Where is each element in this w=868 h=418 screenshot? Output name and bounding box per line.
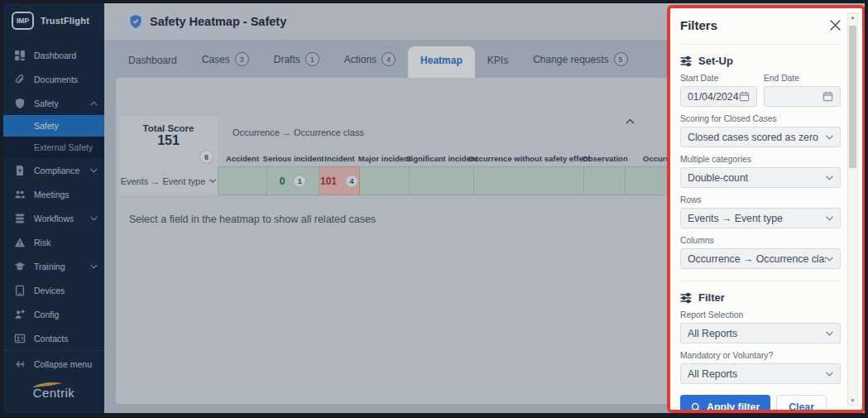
tab-drafts[interactable]: Drafts1	[261, 44, 332, 78]
sidebar-item-label: Safety	[34, 98, 59, 108]
sidebar-item-safety[interactable]: Safety	[3, 91, 104, 115]
tab-count-badge: 5	[614, 52, 628, 66]
start-date-label: Start Date	[680, 74, 757, 83]
selected-value: All Reports	[688, 368, 826, 380]
column-header-significant-incident: Significant incident	[410, 150, 474, 166]
total-score-label: Total Score	[119, 123, 218, 133]
sidebar-item-contacts[interactable]: Contacts	[3, 326, 104, 350]
apply-filter-button[interactable]: Apply filter	[680, 395, 770, 410]
sidebar-item-label: Workflows	[34, 214, 74, 223]
heatmap-cell-observation[interactable]	[584, 166, 626, 195]
tab-dashboard[interactable]: Dashboard	[116, 46, 189, 78]
heatmap-cell-major-incident[interactable]	[360, 166, 410, 195]
chevron-down-icon	[826, 135, 833, 140]
sidebar-item-devices[interactable]: Devices	[3, 278, 104, 302]
sidebar-item-compliance[interactable]: Compliance	[3, 158, 104, 182]
tab-label: Heatmap	[420, 55, 463, 66]
heatmap-left-column: Total Score 151 6 Events → Event type	[119, 116, 218, 195]
scroll-up-arrow-icon[interactable]: ▲	[848, 15, 857, 20]
tab-cases[interactable]: Cases3	[189, 44, 261, 78]
tab-kpis[interactable]: KPIs	[475, 46, 520, 78]
total-score-value: 151	[119, 133, 218, 148]
sidebar-item-risk[interactable]: Risk	[3, 230, 104, 254]
scoring-select[interactable]: Closed cases scored as zero	[680, 127, 841, 147]
divider	[680, 281, 841, 281]
total-score-badge: 6	[199, 150, 213, 164]
heatmap-cell-accident[interactable]	[218, 166, 267, 195]
compliance-icon	[14, 165, 26, 176]
rows-label: Rows	[680, 195, 841, 204]
mandatory-voluntary-label: Mandatory or Voluntary?	[680, 351, 841, 360]
heatmap-cell-serious-incident[interactable]: 01	[267, 166, 319, 195]
tab-label: Change requests	[533, 54, 608, 65]
brand-header: IMP TrustFlight	[3, 3, 104, 40]
chevron-down-icon	[209, 179, 216, 183]
heatmap-cell-occurrence-without-safety-effect[interactable]	[474, 166, 584, 195]
end-date-input[interactable]	[764, 86, 841, 107]
tab-count-badge: 4	[381, 52, 396, 66]
sidebar-item-label: Compliance	[34, 166, 79, 175]
tab-heatmap[interactable]: Heatmap	[408, 46, 475, 78]
sidebar-item-meetings[interactable]: Meetings	[3, 182, 104, 206]
sidebar-item-config[interactable]: Config	[3, 302, 104, 326]
sidebar-item-label: Training	[34, 262, 65, 271]
divider	[680, 44, 841, 45]
selected-value: All Reports	[688, 328, 826, 339]
sidebar-item-documents[interactable]: Documents	[3, 67, 104, 91]
sidebar-item-label: Meetings	[34, 190, 70, 199]
sidebar-item-workflows[interactable]: Workflows	[3, 206, 104, 230]
selected-value: Events → Event type	[688, 213, 826, 224]
apply-filter-label: Apply filter	[707, 401, 760, 410]
close-button[interactable]	[830, 20, 841, 31]
sidebar-item-label: Contacts	[34, 334, 68, 344]
multiple-categories-label: Multiple categories	[680, 155, 841, 164]
devices-icon	[14, 285, 26, 296]
cell-count-badge: 4	[345, 175, 358, 188]
sidebar-item-label: Documents	[34, 74, 78, 84]
collapse-heatmap-chevron-icon[interactable]	[626, 118, 635, 124]
sidebar-nav: DashboardDocumentsSafetySafetyExternal S…	[3, 40, 104, 350]
chevron-down-icon	[90, 216, 98, 221]
columns-select[interactable]: Occurrence → Occurrence class	[680, 248, 841, 269]
filters-panel: Filters Set-Up Start Date	[670, 8, 862, 410]
meetings-icon	[14, 189, 26, 200]
contacts-icon	[14, 333, 26, 344]
multiple-categories-select[interactable]: Double-count	[680, 167, 841, 188]
heatmap-row-label[interactable]: Events → Event type	[119, 166, 218, 195]
risk-icon	[14, 237, 26, 248]
workflows-icon	[14, 213, 26, 224]
heatmap-cell-incident[interactable]: 1014	[319, 166, 360, 195]
collapse-arrow-icon	[14, 358, 26, 370]
rows-select[interactable]: Events → Event type	[680, 208, 841, 228]
sidebar-item-safety[interactable]: Safety	[3, 115, 104, 137]
column-header-incident: Incident	[319, 150, 360, 166]
chevron-down-icon	[90, 168, 98, 173]
panel-scrollbar[interactable]: ▲ ▼	[847, 12, 858, 406]
clear-button[interactable]: Clear	[776, 395, 827, 410]
search-icon	[691, 402, 702, 411]
filters-title: Filters	[680, 18, 717, 32]
paperclip-icon	[14, 74, 26, 85]
collapse-menu-button[interactable]: Collapse menu	[3, 350, 104, 377]
sidebar-item-training[interactable]: Training	[3, 254, 104, 278]
training-icon	[14, 261, 26, 272]
selected-value: Double-count	[688, 172, 826, 184]
start-date-input[interactable]: 01/04/2024	[680, 86, 757, 107]
chevron-down-icon	[826, 257, 833, 262]
heatmap-cell-significant-incident[interactable]	[410, 166, 474, 195]
close-icon	[830, 20, 841, 31]
columns-axis-label: Occurrence → Occurrence class	[233, 127, 364, 137]
sidebar-item-external-safety[interactable]: External Safety	[3, 137, 104, 158]
chevron-down-icon	[826, 216, 833, 221]
report-selection-select[interactable]: All Reports	[680, 323, 841, 344]
tab-actions[interactable]: Actions4	[332, 44, 408, 78]
scroll-down-arrow-icon[interactable]: ▼	[848, 398, 857, 403]
sidebar-item-dashboard[interactable]: Dashboard	[3, 43, 104, 67]
sidebar-item-label: Risk	[34, 238, 50, 247]
mandatory-voluntary-select[interactable]: All Reports	[680, 363, 841, 384]
scrollbar-thumb[interactable]	[849, 26, 856, 168]
dashboard-icon	[14, 50, 26, 61]
tab-change-requests[interactable]: Change requests5	[520, 44, 640, 78]
shield-icon	[14, 98, 26, 109]
start-date-value: 01/04/2024	[688, 91, 739, 103]
